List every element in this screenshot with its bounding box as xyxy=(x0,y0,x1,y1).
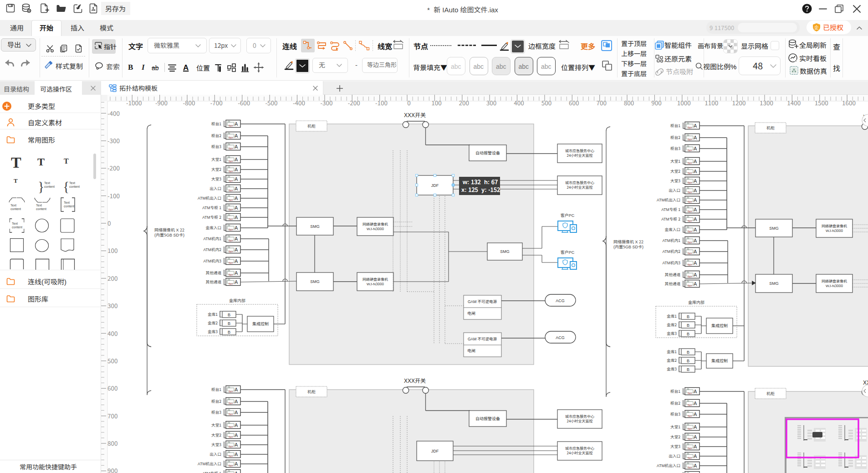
svg-text:Tax×: Tax× xyxy=(688,230,692,233)
svg-text:1500: 1500 xyxy=(815,98,828,107)
svg-text:SMG: SMG xyxy=(310,278,320,284)
svg-text:WJ-N3000: WJ-N3000 xyxy=(367,226,384,231)
svg-text:Tax×: Tax× xyxy=(229,189,233,192)
svg-text:A: A xyxy=(235,450,238,458)
svg-text:A: A xyxy=(694,134,697,141)
svg-text:A: A xyxy=(235,408,238,416)
svg-text:ACG: ACG xyxy=(556,334,565,340)
svg-text:A: A xyxy=(694,271,697,278)
svg-text:1600: 1600 xyxy=(842,98,856,107)
svg-text:A: A xyxy=(694,122,697,129)
svg-text:A: A xyxy=(235,460,238,467)
svg-text:A: A xyxy=(694,196,697,203)
svg-text:柜台2: 柜台2 xyxy=(211,133,221,138)
svg-text:A: A xyxy=(694,167,697,175)
svg-text:Tax×: Tax× xyxy=(229,160,233,163)
svg-text:SMG: SMG xyxy=(769,225,779,231)
svg-text:B: B xyxy=(687,366,689,372)
svg-text:A: A xyxy=(694,157,697,165)
svg-text:Tax×: Tax× xyxy=(688,149,692,152)
svg-text:金库3: 金库3 xyxy=(667,366,677,371)
svg-text:自动报警设备: 自动报警设备 xyxy=(475,150,500,156)
svg-text:A: A xyxy=(235,204,238,211)
svg-text:-1000: -1000 xyxy=(126,98,142,107)
svg-text:Tax×: Tax× xyxy=(688,252,692,255)
svg-text:-500: -500 xyxy=(266,98,278,107)
svg-text:出入口: 出入口 xyxy=(209,451,221,457)
svg-text:A: A xyxy=(235,246,238,253)
svg-text:金库内部: 金库内部 xyxy=(229,298,245,303)
svg-text:A: A xyxy=(694,433,697,440)
svg-text:ACG: ACG xyxy=(556,298,565,303)
svg-text:A: A xyxy=(235,120,238,127)
svg-text:B: B xyxy=(687,322,689,328)
svg-text:ATM专柜 1: ATM专柜 1 xyxy=(202,470,221,473)
svg-text:x: 125 y: -152: x: 125 y: -152 xyxy=(461,185,500,194)
svg-text:出入口: 出入口 xyxy=(669,453,680,458)
svg-text:金库2: 金库2 xyxy=(667,322,677,327)
svg-text:大堂3: 大堂3 xyxy=(670,443,680,449)
svg-text:Tax×: Tax× xyxy=(229,445,233,448)
svg-text:柜台2: 柜台2 xyxy=(670,400,680,406)
svg-text:-300: -300 xyxy=(107,136,120,145)
svg-text:客户PC: 客户PC xyxy=(561,212,575,218)
svg-text:客户PC: 客户PC xyxy=(561,249,575,255)
svg-text:机柜: 机柜 xyxy=(307,389,316,395)
svg-text:其他通道: 其他通道 xyxy=(665,272,681,277)
svg-text:其他通道: 其他通道 xyxy=(206,270,222,275)
svg-text:Tax×: Tax× xyxy=(688,392,692,395)
svg-text:SMG: SMG xyxy=(310,223,320,229)
svg-text:金库1: 金库1 xyxy=(667,313,677,319)
svg-text:B: B xyxy=(228,320,230,326)
svg-text:金库入口: 金库入口 xyxy=(665,226,680,232)
svg-text:Tax×: Tax× xyxy=(229,455,233,458)
svg-text:ATM机内2: ATM机内2 xyxy=(204,247,222,252)
svg-text:Tax×: Tax× xyxy=(688,263,692,266)
svg-text:Tax×: Tax× xyxy=(229,273,233,276)
svg-text:A: A xyxy=(235,397,238,405)
svg-text:A: A xyxy=(694,387,697,395)
svg-text:A: A xyxy=(235,155,238,163)
svg-text:自动报警设备: 自动报警设备 xyxy=(475,416,500,422)
svg-text:大堂2: 大堂2 xyxy=(670,168,680,174)
svg-text:1100: 1100 xyxy=(705,98,718,107)
svg-text:900: 900 xyxy=(107,466,117,473)
svg-text:100: 100 xyxy=(107,246,117,255)
svg-text:-100: -100 xyxy=(375,98,388,107)
svg-text:Tax×: Tax× xyxy=(229,136,233,139)
svg-text:24小时全天监控: 24小时全天监控 xyxy=(567,418,593,423)
svg-text:B: B xyxy=(228,329,230,335)
svg-text:-200: -200 xyxy=(107,163,120,172)
svg-text:Tax×: Tax× xyxy=(688,437,692,440)
svg-text:XXX开关: XXX开关 xyxy=(863,378,868,386)
svg-text:A: A xyxy=(694,236,697,244)
svg-text:A: A xyxy=(235,185,238,192)
svg-text:400: 400 xyxy=(107,329,117,338)
svg-text:A: A xyxy=(694,399,697,406)
svg-text:A: A xyxy=(235,441,238,448)
svg-text:24小时全天监控: 24小时全天监控 xyxy=(567,185,593,190)
svg-text:1200: 1200 xyxy=(732,98,746,107)
svg-text:-600: -600 xyxy=(238,98,250,107)
svg-text:A: A xyxy=(694,280,697,287)
svg-text:ATM机出入口: ATM机出入口 xyxy=(198,461,221,466)
svg-text:ATM机内1: ATM机内1 xyxy=(204,236,222,241)
svg-text:机柜: 机柜 xyxy=(307,123,316,129)
svg-text:ATM机内2: ATM机内2 xyxy=(663,248,681,254)
svg-text:GAM 不可逆电源: GAM 不可逆电源 xyxy=(468,336,497,341)
svg-text:24小时全天监控: 24小时全天监控 xyxy=(567,450,593,455)
svg-text:Tax×: Tax× xyxy=(688,201,692,203)
svg-text:ATM机内3: ATM机内3 xyxy=(663,260,681,265)
svg-text:集成控制: 集成控制 xyxy=(252,321,269,327)
svg-text:800: 800 xyxy=(107,438,117,447)
svg-text:A: A xyxy=(694,144,697,152)
svg-text:集成控制: 集成控制 xyxy=(711,323,728,329)
svg-text:0: 0 xyxy=(407,98,411,107)
svg-text:A: A xyxy=(694,206,697,213)
svg-text:Tax×: Tax× xyxy=(229,218,233,221)
svg-text:XXX开关: XXX开关 xyxy=(404,111,426,118)
svg-text:Tax×: Tax× xyxy=(688,404,692,406)
svg-text:大堂3: 大堂3 xyxy=(211,176,221,181)
svg-text:A: A xyxy=(235,431,238,438)
svg-text:集成控制: 集成控制 xyxy=(711,358,728,364)
